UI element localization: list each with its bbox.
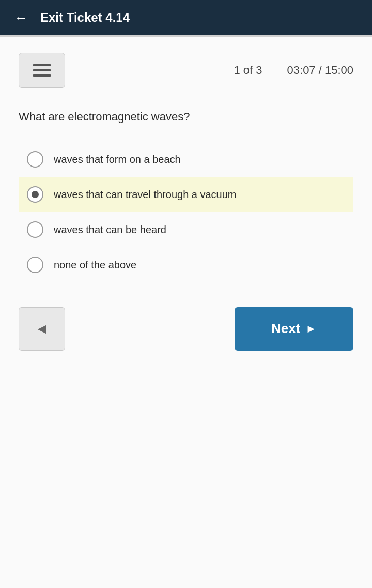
option-4[interactable]: none of the above (19, 247, 353, 282)
radio-3 (27, 221, 43, 238)
prev-icon: ◄ (35, 321, 49, 337)
radio-2 (27, 186, 43, 203)
option-3-label: waves that can be heard (54, 222, 166, 237)
option-2[interactable]: waves that can travel through a vacuum (19, 177, 353, 212)
main-content: 1 of 3 03:07 / 15:00 What are electromag… (0, 37, 372, 588)
app-header: ← Exit Ticket 4.14 (0, 0, 372, 35)
prev-button[interactable]: ◄ (19, 307, 65, 351)
navigation-bar: ◄ Next ► (19, 307, 353, 351)
question-text: What are electromagnetic waves? (19, 109, 353, 125)
toolbar: 1 of 3 03:07 / 15:00 (19, 53, 353, 88)
page-title: Exit Ticket 4.14 (40, 10, 130, 25)
hamburger-line-1 (33, 64, 51, 66)
radio-4 (27, 257, 43, 273)
next-arrow-icon: ► (305, 322, 317, 336)
progress-fraction: 1 of 3 (234, 64, 262, 77)
option-3[interactable]: waves that can be heard (19, 212, 353, 247)
option-1[interactable]: waves that form on a beach (19, 142, 353, 177)
timer-display: 03:07 / 15:00 (287, 64, 353, 77)
radio-2-inner (32, 191, 39, 198)
radio-1 (27, 151, 43, 168)
option-4-label: none of the above (54, 258, 136, 272)
options-list: waves that form on a beach waves that ca… (19, 142, 353, 282)
hamburger-line-2 (33, 69, 51, 71)
menu-button[interactable] (19, 53, 65, 88)
next-button[interactable]: Next ► (235, 307, 353, 351)
back-button[interactable]: ← (10, 9, 32, 26)
next-label: Next (271, 321, 300, 337)
option-2-label: waves that can travel through a vacuum (54, 187, 237, 202)
option-1-label: waves that form on a beach (54, 152, 181, 167)
progress-info: 1 of 3 03:07 / 15:00 (234, 64, 354, 77)
hamburger-line-3 (33, 74, 51, 77)
